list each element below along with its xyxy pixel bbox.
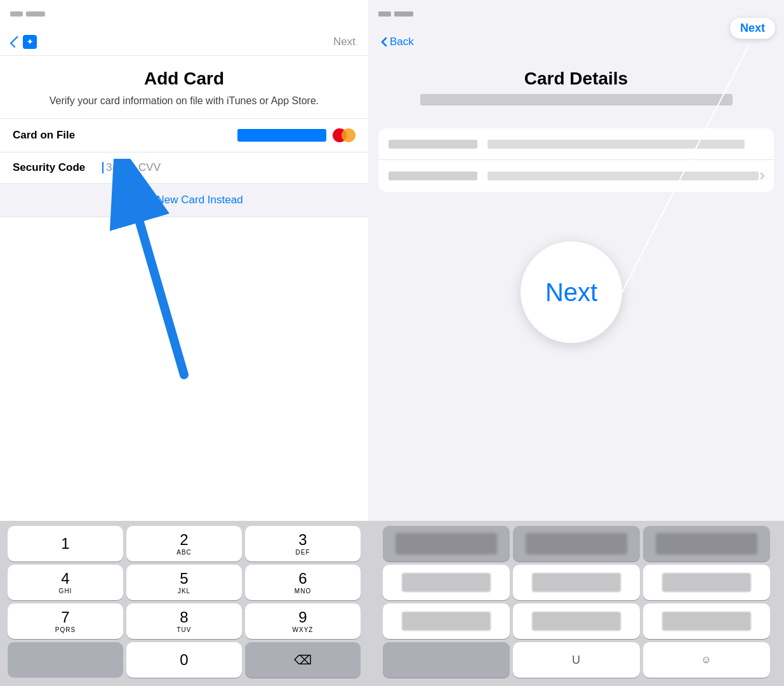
right-panel: Back Next Card Details Next — [368, 0, 784, 686]
key-right-delete[interactable]: ☺ — [643, 642, 770, 678]
card-on-file-right — [237, 128, 355, 143]
key-right-0[interactable]: U — [513, 642, 640, 678]
key-right-4-content — [402, 573, 491, 593]
key-4[interactable]: 4 GHI — [8, 565, 123, 600]
add-new-card-section: Add a New Card Instead — [0, 184, 368, 217]
keyboard-row-right-4: U ☺ — [371, 642, 781, 678]
status-bar-right — [368, 0, 784, 28]
key-0[interactable]: 0 — [126, 642, 242, 678]
key-right-3-content — [656, 533, 757, 555]
keyboard-row-right-1 — [371, 526, 781, 562]
svg-line-1 — [140, 222, 184, 375]
keyboard-row-4: 0 ⌫ — [3, 642, 366, 678]
chevron-right-icon — [757, 172, 764, 179]
key-right-7-content — [402, 612, 491, 631]
form-value-1 — [488, 140, 745, 149]
key-right-9-content — [662, 612, 751, 631]
key-3[interactable]: 3 DEF — [245, 526, 361, 562]
card-details-subtitle — [420, 94, 733, 105]
key-right-9[interactable] — [643, 603, 770, 639]
back-label-right: Back — [390, 36, 414, 48]
annotation-text: Enter CVV here — [114, 466, 256, 489]
cursor-icon — [102, 162, 103, 173]
signal-icon — [10, 11, 23, 17]
key-delete[interactable]: ⌫ — [245, 642, 361, 678]
key-right-0-label: U — [572, 654, 580, 667]
status-icons-right — [378, 11, 413, 17]
form-row-1 — [378, 128, 774, 160]
keyboard-row-3: 7 PQRS 8 TUV 9 WXYZ — [3, 603, 366, 639]
key-right-6-content — [662, 573, 751, 593]
key-right-8[interactable] — [513, 603, 640, 639]
key-right-8-content — [532, 612, 621, 631]
nav-bar-left: ✦ Next — [0, 28, 368, 56]
form-row-2 — [378, 160, 774, 192]
key-right-5[interactable] — [513, 565, 640, 600]
status-bar-left — [0, 0, 368, 28]
card-on-file-label: Card on File — [13, 129, 75, 142]
cvv-placeholder: 3-digit CVV — [106, 161, 161, 174]
carrier-icon — [26, 11, 45, 17]
app-logo-icon: ✦ — [23, 35, 37, 49]
key-right-7[interactable] — [383, 603, 510, 639]
key-2[interactable]: 2 ABC — [126, 526, 242, 562]
add-card-subtitle: Verify your card information on file wit… — [13, 94, 355, 108]
form-section — [378, 128, 774, 192]
key-right-empty — [383, 642, 510, 678]
back-chevron-icon — [381, 37, 387, 47]
add-card-title: Add Card — [13, 69, 355, 89]
key-6[interactable]: 6 MNO — [245, 565, 361, 600]
key-empty — [8, 642, 123, 678]
mastercard-icon — [333, 128, 355, 143]
keyboard-right: U ☺ — [368, 521, 784, 686]
key-right-1[interactable] — [383, 526, 510, 562]
next-oval-label: Next — [740, 22, 765, 34]
chevron-left-icon — [10, 36, 22, 47]
card-details-title: Card Details — [381, 69, 771, 89]
keyboard-row-2: 4 GHI 5 JKL 6 MNO — [3, 565, 366, 600]
security-code-label: Security Code — [13, 161, 102, 174]
form-label-2 — [389, 172, 477, 180]
keyboard-row-right-2 — [371, 565, 781, 600]
add-new-card-link[interactable]: Add a New Card Instead — [125, 194, 243, 206]
key-right-5-content — [532, 573, 621, 593]
key-right-3[interactable] — [643, 526, 770, 562]
card-on-file-section: Card on File — [0, 119, 368, 152]
card-details-section: Card Details — [368, 56, 784, 128]
key-right-1-content — [395, 533, 497, 555]
next-oval-callout[interactable]: Next — [730, 18, 775, 39]
carrier-icon-right — [394, 11, 413, 17]
cvv-input-field[interactable]: 3-digit CVV — [102, 161, 161, 174]
key-right-delete-icon: ☺ — [701, 654, 711, 666]
add-card-title-section: Add Card Verify your card information on… — [0, 56, 368, 119]
signal-icon-right — [378, 11, 391, 17]
nav-next-left[interactable]: Next — [333, 36, 355, 48]
status-icons-left — [10, 11, 45, 17]
key-5[interactable]: 5 JKL — [126, 565, 242, 600]
security-code-section[interactable]: Security Code 3-digit CVV — [0, 152, 368, 184]
form-value-2 — [488, 172, 759, 180]
key-right-4[interactable] — [383, 565, 510, 600]
key-1[interactable]: 1 — [8, 526, 123, 562]
card-number-blur — [237, 129, 326, 142]
key-7[interactable]: 7 PQRS — [8, 603, 123, 639]
key-right-2[interactable] — [513, 526, 640, 562]
key-8[interactable]: 8 TUV — [126, 603, 242, 639]
keyboard-row-right-3 — [371, 603, 781, 639]
form-label-1 — [389, 140, 477, 149]
back-button-right[interactable]: Back — [381, 36, 414, 48]
back-nav-left[interactable]: ✦ — [13, 35, 37, 49]
key-right-6[interactable] — [643, 565, 770, 600]
key-right-2-content — [526, 533, 627, 555]
keyboard-left: 1 2 ABC 3 DEF 4 GHI 5 JKL 6 MNO — [0, 521, 368, 686]
next-circle-callout[interactable]: Next — [521, 241, 622, 343]
next-circle-label: Next — [545, 278, 597, 307]
keyboard-row-1: 1 2 ABC 3 DEF — [3, 526, 366, 562]
mc-circle-orange — [342, 128, 355, 142]
left-panel: ✦ Next Add Card Verify your card informa… — [0, 0, 368, 686]
nav-bar-right: Back Next — [368, 28, 784, 56]
key-9[interactable]: 9 WXYZ — [245, 603, 361, 639]
